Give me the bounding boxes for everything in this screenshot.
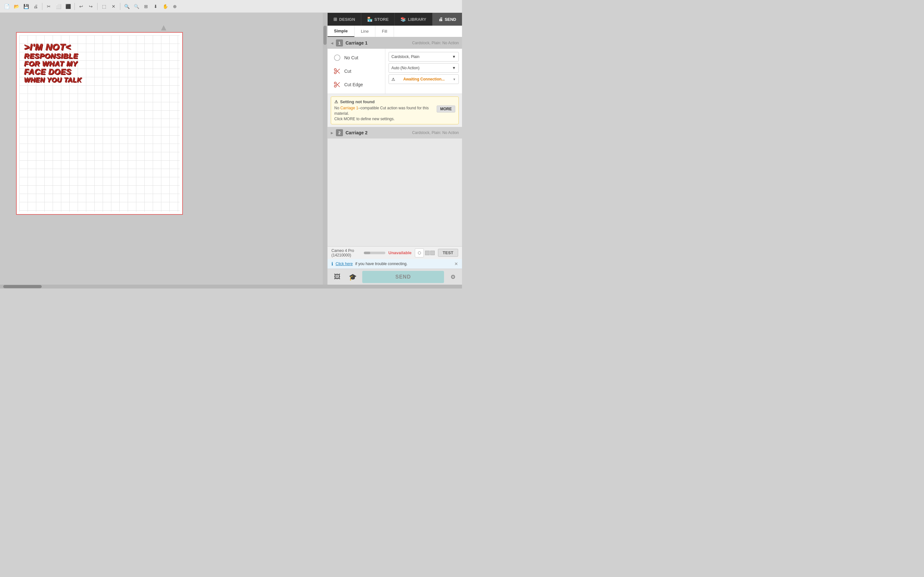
warning-icon: ⚠ [334,99,338,104]
select-box-icon[interactable]: ⬚ [100,2,108,11]
horizontal-scroll-thumb[interactable] [3,285,42,288]
print-icon[interactable]: 🖨 [31,2,40,11]
tab-design[interactable]: ⊞ DESIGN [328,13,361,26]
separator-1 [42,3,42,10]
info-bar: ℹ Click here if you have trouble connect… [328,259,462,269]
awaiting-dropdown-arrow: ▼ [453,77,456,81]
move-down-icon[interactable]: ⬇ [152,2,160,11]
separator-2 [74,3,75,10]
open-icon[interactable]: 📂 [12,2,21,11]
carriage1-collapse-arrow: ◀ [331,41,333,45]
tab-send[interactable]: 🖨 SEND [433,13,462,26]
awaiting-dropdown[interactable]: ⚠ Awaiting Connection... ▼ [389,74,459,84]
design-tab-icon: ⊞ [333,17,337,22]
sub-tab-fill-label: Fill [382,29,387,34]
unavailable-status: Unavailable [389,250,412,255]
tab-design-label: DESIGN [339,17,355,22]
info-close-button[interactable]: ✕ [454,261,458,266]
settings-gear-icon[interactable]: ⚙ [448,272,458,282]
main-area: ▲ >I'M NOT< RESPONSIBLE FOR WHAT MY FACE… [0,13,462,285]
zoom-in-icon[interactable]: 🔍 [123,2,131,11]
carriage1-content: No Cut Cut [328,49,462,94]
paste-icon[interactable]: ⬛ [64,2,72,11]
copy-icon[interactable]: ⬜ [54,2,63,11]
material-dropdown[interactable]: Cardstock, Plain ▼ [389,52,459,61]
sub-tab-simple-label: Simple [334,29,348,33]
sub-tab-fill[interactable]: Fill [375,26,394,37]
warning-title-text: Setting not found [340,99,375,104]
small-sq-2 [430,251,435,255]
design-line-4: FACE DOES [24,68,98,76]
sub-tab-simple[interactable]: Simple [328,26,355,37]
cut-icon[interactable]: ✂ [45,2,53,11]
mat-grid: >I'M NOT< RESPONSIBLE FOR WHAT MY FACE D… [19,35,180,211]
add-tool-icon[interactable]: ⊕ [171,2,179,11]
store-tab-icon: 🏪 [367,17,373,22]
warning-body-part3: Click MORE to define new settings. [334,117,395,121]
info-message: if you have trouble connecting. [355,261,407,266]
canvas-area[interactable]: ▲ >I'M NOT< RESPONSIBLE FOR WHAT MY FACE… [0,13,327,285]
info-link[interactable]: Click here [336,261,352,266]
sub-tab-line[interactable]: Line [355,26,376,37]
toolbar: 📄 📂 💾 🖨 ✂ ⬜ ⬛ ↩ ↪ ⬚ ✕ 🔍 🔍 ⊞ ⬇ ✋ ⊕ [0,0,462,13]
tab-send-label: SEND [445,17,456,22]
sub-tab-bar: Simple Line Fill [328,26,462,37]
undo-icon[interactable]: ↩ [77,2,86,11]
zoom-fit-icon[interactable]: ⊞ [142,2,150,11]
carriage2-header[interactable]: ▶ 2 Carriage 2 Cardstock, Plain: No Acti… [328,127,462,139]
tab-store[interactable]: 🏪 STORE [361,13,395,26]
navigation-arrows: ⬡ [415,248,435,258]
warning-body-part1: No [334,106,341,110]
cap-icon[interactable]: 🎓 [347,271,359,283]
horizontal-scrollbar[interactable] [0,285,462,288]
carriage2-number: 2 [336,129,343,136]
machine-status-bar: Cameo 4 Pro (14210000) Unavailable ⬡ TES… [328,246,462,259]
svg-point-0 [334,55,340,61]
save-icon[interactable]: 💾 [22,2,30,11]
cut-edge-option[interactable]: Cut Edge [331,79,382,90]
action-dropdown[interactable]: Auto (No Action) ▼ [389,63,459,73]
tab-library[interactable]: 📚 LIBRARY [395,13,432,26]
design-line-5: WHEN YOU TALK [24,76,98,83]
material-dropdown-arrow: ▼ [452,55,456,59]
small-sq-1 [425,251,430,255]
carriage1-header[interactable]: ◀ 1 Carriage 1 Cardstock, Plain: No Acti… [328,37,462,49]
warning-title: ⚠ Setting not found [334,99,455,104]
more-button[interactable]: MORE [437,105,455,113]
tab-store-label: STORE [375,17,389,22]
no-cut-label: No Cut [344,55,359,60]
redo-icon[interactable]: ↪ [87,2,95,11]
warning-body: MORE No Carriage 1–compatible Cut action… [334,105,455,121]
hand-tool-icon[interactable]: ✋ [161,2,170,11]
cut-settings-panel: Cardstock, Plain ▼ Auto (No Action) ▼ ⚠ … [385,49,462,93]
cut-option[interactable]: Cut [331,65,382,77]
progress-bar-fill [364,251,370,254]
test-button[interactable]: TEST [438,249,458,257]
separator-4 [120,3,120,10]
canvas-scroll-thumb[interactable] [323,26,326,45]
cut-edge-label: Cut Edge [344,82,363,87]
design-line-3: FOR WHAT MY [24,60,98,68]
carriage2-subtitle: Cardstock, Plain: No Action [412,131,459,135]
cut-edge-icon [333,80,342,89]
new-icon[interactable]: 📄 [3,2,11,11]
send-main-button[interactable]: SEND [362,271,444,283]
design-line-1: >I'M NOT< [24,42,98,52]
carriage2-title: Carriage 2 [346,130,367,135]
action-value: Auto (No Action) [391,66,419,70]
no-cut-icon [333,53,342,62]
carriage1-subtitle: Cardstock, Plain: No Action [412,41,459,45]
awaiting-text: Awaiting Connection... [403,77,445,81]
tab-bar: ⊞ DESIGN 🏪 STORE 📚 LIBRARY 🖨 SEND [328,13,462,26]
canvas-vertical-scrollbar[interactable] [323,13,327,285]
zoom-out-icon[interactable]: 🔍 [132,2,141,11]
delete-icon[interactable]: ✕ [110,2,118,11]
media-icon[interactable]: 🖼 [331,271,343,283]
tab-library-label: LIBRARY [408,17,426,22]
cut-options-list: No Cut Cut [328,49,385,93]
warning-box: ⚠ Setting not found MORE No Carriage 1–c… [331,97,459,124]
nav-up-left-btn[interactable]: ⬡ [415,248,424,258]
no-cut-option[interactable]: No Cut [331,52,382,63]
cutting-mat: >I'M NOT< RESPONSIBLE FOR WHAT MY FACE D… [16,32,183,215]
carriage1-title: Carriage 1 [346,40,367,45]
